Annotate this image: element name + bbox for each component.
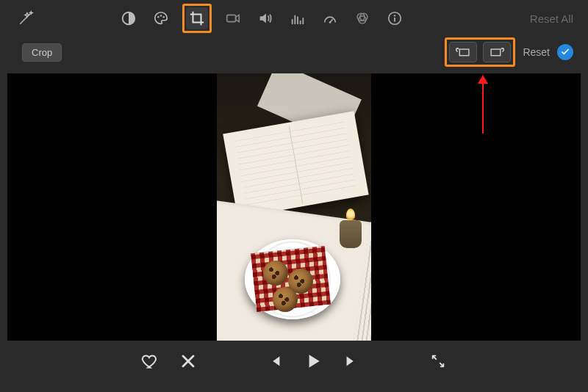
svg-point-10 bbox=[394, 15, 395, 16]
previous-icon bbox=[267, 353, 283, 369]
svg-rect-4 bbox=[227, 15, 236, 21]
fullscreen-icon bbox=[430, 353, 446, 369]
rating-group bbox=[140, 351, 198, 371]
contrast-icon bbox=[121, 10, 137, 26]
check-icon bbox=[560, 47, 570, 57]
palette-icon bbox=[153, 10, 169, 26]
svg-rect-12 bbox=[492, 49, 501, 56]
rotate-cw-icon bbox=[489, 46, 505, 58]
image-candle bbox=[340, 220, 362, 248]
fullscreen-button[interactable] bbox=[428, 351, 448, 371]
contrast-button[interactable] bbox=[118, 7, 140, 29]
color-filters-icon bbox=[354, 10, 370, 26]
image-cookie bbox=[273, 287, 298, 312]
camera-icon bbox=[225, 10, 241, 26]
media-image[interactable] bbox=[217, 73, 371, 341]
wand-icon bbox=[18, 10, 34, 26]
bottom-bar bbox=[0, 344, 588, 379]
reject-icon bbox=[179, 352, 197, 370]
favorite-button[interactable] bbox=[140, 351, 160, 371]
image-cookie bbox=[263, 261, 288, 286]
color-palette-button[interactable] bbox=[150, 7, 172, 29]
media-viewer bbox=[7, 73, 581, 341]
info-button[interactable] bbox=[384, 7, 406, 29]
rotate-cw-button[interactable] bbox=[483, 42, 511, 62]
crop-tool-highlight bbox=[182, 4, 212, 33]
wand-area bbox=[15, 7, 118, 29]
tool-icons bbox=[118, 4, 406, 33]
reset-button[interactable]: Reset bbox=[523, 46, 550, 58]
crop-icon bbox=[189, 10, 205, 26]
reject-button[interactable] bbox=[178, 351, 198, 371]
play-button[interactable] bbox=[303, 351, 323, 371]
equalizer-button[interactable] bbox=[287, 7, 309, 29]
play-icon bbox=[304, 352, 323, 371]
magic-wand-button[interactable] bbox=[15, 7, 37, 29]
crop-button[interactable] bbox=[186, 7, 208, 29]
svg-point-5 bbox=[329, 21, 331, 23]
next-icon bbox=[343, 353, 359, 369]
volume-icon bbox=[257, 10, 273, 26]
apply-check-button[interactable] bbox=[557, 44, 573, 60]
rotate-buttons-highlight bbox=[445, 37, 515, 67]
rotate-ccw-button[interactable] bbox=[449, 42, 477, 62]
previous-button[interactable] bbox=[265, 351, 285, 371]
crop-right-controls: Reset bbox=[445, 37, 573, 67]
next-button[interactable] bbox=[341, 351, 362, 371]
svg-point-8 bbox=[359, 16, 366, 23]
crop-row: Crop Reset bbox=[0, 37, 588, 68]
camera-button[interactable] bbox=[222, 7, 244, 29]
crop-mode-button[interactable]: Crop bbox=[22, 43, 62, 62]
svg-point-3 bbox=[162, 16, 164, 18]
top-toolbar: Reset All bbox=[0, 0, 588, 37]
volume-button[interactable] bbox=[254, 7, 276, 29]
playback-group bbox=[265, 351, 362, 371]
speedometer-button[interactable] bbox=[319, 7, 341, 29]
svg-point-1 bbox=[157, 16, 159, 18]
rotate-ccw-icon bbox=[455, 46, 471, 58]
color-filters-button[interactable] bbox=[351, 7, 373, 29]
heart-icon bbox=[140, 352, 159, 371]
view-group bbox=[428, 351, 448, 371]
speedometer-icon bbox=[322, 10, 338, 26]
svg-rect-11 bbox=[460, 49, 470, 56]
equalizer-icon bbox=[290, 10, 306, 26]
info-icon bbox=[387, 10, 403, 26]
svg-point-2 bbox=[160, 15, 162, 16]
annotation-arrow bbox=[482, 82, 484, 134]
reset-all-button[interactable]: Reset All bbox=[530, 12, 573, 25]
